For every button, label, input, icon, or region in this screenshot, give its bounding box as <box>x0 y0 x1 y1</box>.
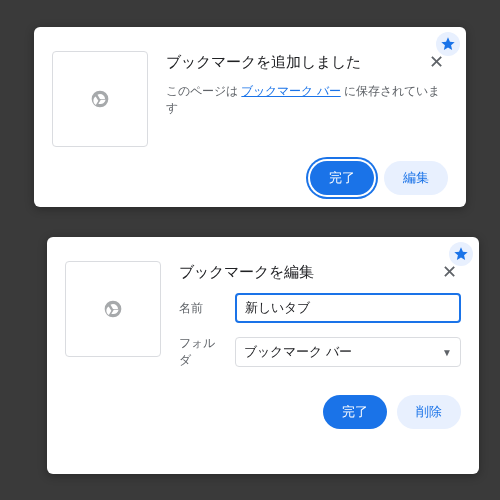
star-icon <box>436 32 460 56</box>
bookmark-bar-link[interactable]: ブックマーク バー <box>241 84 340 98</box>
saved-location-text: このページは ブックマーク バー に保存されています <box>166 83 448 117</box>
star-icon <box>449 242 473 266</box>
favicon-thumbnail <box>52 51 148 147</box>
chevron-down-icon: ▼ <box>442 347 452 358</box>
dialog-title: ブックマークを追加しました <box>166 53 361 72</box>
done-button[interactable]: 完了 <box>323 395 387 429</box>
chrome-icon <box>103 299 123 319</box>
bookmark-edit-dialog: ブックマークを編集 ✕ 名前 フォルダ ブックマーク バー ▼ 完了 削除 <box>47 237 479 474</box>
folder-label: フォルダ <box>179 335 221 369</box>
folder-value: ブックマーク バー <box>244 343 352 361</box>
name-label: 名前 <box>179 300 221 317</box>
folder-select[interactable]: ブックマーク バー ▼ <box>235 337 461 367</box>
bookmark-added-dialog: ブックマークを追加しました ✕ このページは ブックマーク バー に保存されてい… <box>34 27 466 207</box>
favicon-thumbnail <box>65 261 161 357</box>
delete-button[interactable]: 削除 <box>397 395 461 429</box>
edit-button[interactable]: 編集 <box>384 161 448 195</box>
done-button[interactable]: 完了 <box>310 161 374 195</box>
chrome-icon <box>90 89 110 109</box>
name-field[interactable] <box>235 293 461 323</box>
dialog-title: ブックマークを編集 <box>179 263 314 282</box>
